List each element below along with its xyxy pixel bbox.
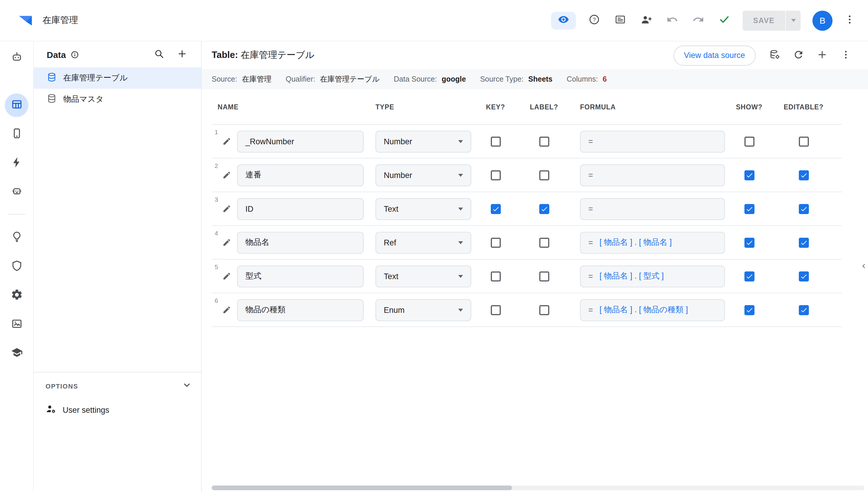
formula-field[interactable]: = [ 物品名 ] . [ 型式 ] bbox=[580, 265, 725, 287]
key-checkbox[interactable] bbox=[491, 204, 500, 214]
user-settings[interactable]: User settings bbox=[34, 400, 201, 420]
formula-field[interactable]: = [ 物品名 ] . [ 物品名 ] bbox=[580, 231, 725, 253]
editable-checkbox[interactable] bbox=[798, 271, 809, 281]
info-label: Source Type: bbox=[480, 75, 524, 83]
regenerate-button[interactable] bbox=[789, 46, 808, 65]
column-name-input[interactable]: _RowNumber bbox=[237, 130, 364, 152]
table-label: Table: bbox=[212, 50, 238, 60]
preview-button[interactable] bbox=[551, 11, 576, 29]
options-toggle[interactable]: OPTIONS bbox=[34, 372, 201, 400]
sidebar-item-item-master[interactable]: 物品マスタ bbox=[34, 89, 201, 110]
formula-field[interactable]: = bbox=[580, 130, 725, 152]
key-checkbox[interactable] bbox=[491, 305, 500, 315]
header-editable: EDITABLE? bbox=[773, 103, 834, 110]
check-icon bbox=[745, 205, 753, 213]
column-name-input[interactable]: ID bbox=[237, 198, 364, 220]
rail-item-copilot[interactable] bbox=[5, 46, 28, 70]
show-checkbox[interactable] bbox=[744, 271, 754, 281]
column-name-input[interactable]: 型式 bbox=[237, 265, 364, 287]
column-name-input[interactable]: 連番 bbox=[237, 164, 364, 186]
key-checkbox[interactable] bbox=[491, 136, 500, 146]
check-icon bbox=[745, 239, 753, 246]
shield-icon bbox=[10, 259, 23, 274]
show-checkbox[interactable] bbox=[744, 305, 754, 315]
column-type-select[interactable]: Text bbox=[375, 265, 471, 287]
data-source-settings-button[interactable] bbox=[765, 46, 784, 65]
formula-field[interactable]: = bbox=[580, 198, 725, 220]
rail-item-settings[interactable] bbox=[5, 284, 28, 308]
save-options-button[interactable] bbox=[785, 10, 801, 30]
show-checkbox[interactable] bbox=[744, 204, 754, 214]
label-checkbox[interactable] bbox=[539, 238, 549, 247]
table-menu-button[interactable] bbox=[836, 46, 855, 65]
help-button[interactable]: ? bbox=[583, 9, 605, 32]
rail-item-security[interactable] bbox=[5, 255, 28, 278]
editable-checkbox[interactable] bbox=[798, 204, 809, 214]
edit-pencil-icon[interactable] bbox=[222, 204, 231, 213]
app-window: 在庫管理 ? SAVE bbox=[0, 0, 868, 492]
info-icon[interactable] bbox=[70, 50, 79, 59]
info-label: Source: bbox=[212, 75, 237, 83]
equals-sign: = bbox=[588, 137, 593, 146]
data-panel: Data 在庫管理テーブル 物品マスタ bbox=[34, 41, 202, 492]
column-type-select[interactable]: Number bbox=[375, 130, 471, 152]
rail-item-bots[interactable] bbox=[5, 180, 28, 204]
column-type-select[interactable]: Enum bbox=[375, 299, 471, 321]
edit-pencil-icon[interactable] bbox=[222, 238, 231, 247]
share-app-button[interactable] bbox=[635, 9, 657, 32]
search-tables-button[interactable] bbox=[150, 45, 169, 64]
editable-checkbox[interactable] bbox=[798, 305, 809, 315]
column-name-input[interactable]: 物品名 bbox=[237, 231, 364, 253]
show-checkbox[interactable] bbox=[744, 170, 754, 180]
editable-checkbox[interactable] bbox=[798, 238, 809, 247]
whats-new-button[interactable] bbox=[609, 9, 631, 32]
label-checkbox[interactable] bbox=[539, 305, 549, 315]
changes-saved-button bbox=[713, 9, 735, 32]
panel-collapse-handle[interactable] bbox=[859, 258, 868, 276]
edit-pencil-icon[interactable] bbox=[222, 137, 231, 146]
label-checkbox[interactable] bbox=[539, 136, 549, 146]
column-type-select[interactable]: Number bbox=[375, 164, 471, 186]
rail-item-automation[interactable] bbox=[5, 151, 28, 175]
key-checkbox[interactable] bbox=[491, 271, 500, 281]
column-type-select[interactable]: Ref bbox=[375, 231, 471, 253]
formula-field[interactable]: = [ 物品名 ] . [ 物品の種類 ] bbox=[580, 299, 725, 321]
rail-item-intelligence[interactable] bbox=[5, 226, 28, 249]
column-name-input[interactable]: 物品の種類 bbox=[237, 299, 364, 321]
scrollbar-thumb[interactable] bbox=[212, 486, 512, 490]
label-checkbox[interactable] bbox=[539, 271, 549, 281]
rail-item-data[interactable] bbox=[5, 93, 28, 117]
editable-checkbox[interactable] bbox=[798, 136, 809, 146]
add-column-button[interactable] bbox=[812, 46, 831, 65]
appsheet-logo-icon[interactable] bbox=[18, 13, 33, 28]
undo-button[interactable] bbox=[661, 9, 683, 32]
label-checkbox[interactable] bbox=[539, 204, 549, 214]
row-edit-cell: 2 bbox=[212, 158, 237, 192]
key-checkbox[interactable] bbox=[491, 170, 500, 180]
add-table-button[interactable] bbox=[173, 45, 192, 64]
show-checkbox[interactable] bbox=[744, 238, 754, 247]
view-data-source-button[interactable]: View data source bbox=[673, 45, 755, 65]
formula-field[interactable]: = bbox=[580, 164, 725, 186]
more-menu-button[interactable] bbox=[839, 9, 861, 32]
sidebar-item-inventory-table[interactable]: 在庫管理テーブル bbox=[34, 68, 201, 89]
avatar[interactable]: B bbox=[812, 10, 833, 30]
label-checkbox[interactable] bbox=[539, 170, 549, 180]
key-checkbox[interactable] bbox=[491, 238, 500, 247]
rail-item-app[interactable] bbox=[5, 122, 28, 146]
redo-button[interactable] bbox=[687, 9, 709, 32]
refresh-icon bbox=[793, 49, 804, 62]
column-type-select[interactable]: Text bbox=[375, 198, 471, 220]
edit-pencil-icon[interactable] bbox=[222, 171, 231, 179]
rail-item-learn[interactable] bbox=[5, 342, 28, 366]
save-button[interactable]: SAVE bbox=[742, 10, 785, 30]
dropdown-caret-icon bbox=[458, 241, 463, 244]
editable-checkbox[interactable] bbox=[798, 170, 809, 180]
horizontal-scrollbar[interactable] bbox=[212, 486, 864, 490]
check-icon bbox=[800, 171, 808, 179]
show-checkbox[interactable] bbox=[744, 136, 754, 146]
table-row: 1 _RowNumber Number = bbox=[212, 125, 842, 158]
rail-item-deploy[interactable] bbox=[5, 313, 28, 337]
edit-pencil-icon[interactable] bbox=[222, 305, 231, 314]
edit-pencil-icon[interactable] bbox=[222, 272, 231, 280]
